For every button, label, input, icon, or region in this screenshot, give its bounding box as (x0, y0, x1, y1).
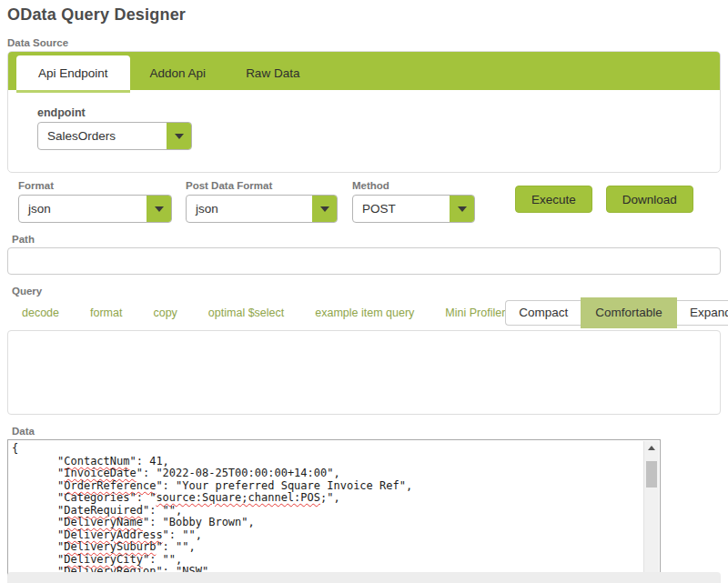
decode-link[interactable]: decode (22, 307, 59, 319)
chevron-down-icon (458, 206, 467, 212)
endpoint-label: endpoint (37, 106, 720, 119)
chevron-down-icon (155, 206, 164, 212)
endpoint-selected-value: SalesOrders (38, 123, 167, 149)
query-textarea[interactable] (7, 330, 721, 415)
data-source-panel-body: endpoint SalesOrders (8, 90, 720, 172)
mini-profiler-link[interactable]: Mini Profiler (445, 307, 505, 319)
density-button-group: Compact Comfortable Expanded (505, 300, 728, 326)
post-data-format-selected-value: json (187, 196, 312, 222)
chevron-down-icon (175, 134, 184, 139)
next-section-header-strip (7, 572, 721, 583)
path-input[interactable] (7, 247, 721, 275)
endpoint-select[interactable]: SalesOrders (37, 122, 192, 150)
path-section: Path (7, 234, 721, 275)
optimal-select-link[interactable]: optimal $select (208, 307, 284, 319)
scrollbar-thumb[interactable] (646, 461, 657, 488)
comfortable-button[interactable]: Comfortable (581, 297, 677, 328)
post-data-format-control: Post Data Format json (186, 180, 338, 223)
data-textarea[interactable]: {"ContactNum": 41,"InvoiceDate": "2022-0… (7, 439, 661, 583)
endpoint-dropdown-button[interactable] (167, 123, 191, 149)
data-label: Data (7, 426, 721, 437)
download-button[interactable]: Download (606, 186, 693, 213)
post-data-format-label: Post Data Format (186, 180, 338, 191)
execute-button[interactable]: Execute (515, 186, 592, 213)
expanded-button[interactable]: Expanded (677, 300, 728, 326)
tab-raw-data-label: Raw Data (246, 66, 299, 80)
data-source-panel: Api Endpoint Addon Api Raw Data endpoint… (7, 51, 721, 173)
request-controls-row: Format json Post Data Format json Method… (7, 180, 721, 223)
method-dropdown-button[interactable] (450, 196, 474, 222)
copy-link[interactable]: copy (153, 307, 177, 319)
data-section: Data {"ContactNum": 41,"InvoiceDate": "2… (7, 426, 721, 583)
format-dropdown-button[interactable] (147, 196, 171, 222)
query-links: decode format copy optimal $select examp… (22, 307, 505, 319)
tab-addon-api-label: Addon Api (150, 66, 207, 80)
tab-raw-data[interactable]: Raw Data (226, 55, 319, 90)
example-item-query-link[interactable]: example item query (315, 307, 414, 319)
tab-api-endpoint[interactable]: Api Endpoint (16, 55, 130, 90)
method-selected-value: POST (353, 196, 450, 222)
format-control: Format json (18, 180, 172, 223)
scroll-up-arrow-icon (648, 446, 655, 450)
post-data-format-select[interactable]: json (186, 195, 338, 223)
format-link[interactable]: format (90, 307, 122, 319)
chevron-down-icon (320, 206, 329, 212)
format-label: Format (18, 180, 172, 191)
method-label: Method (352, 180, 475, 191)
data-source-label: Data Source (7, 37, 721, 48)
query-section: Query decode format copy optimal $select… (7, 286, 721, 418)
tab-addon-api[interactable]: Addon Api (130, 55, 227, 90)
method-control: Method POST (352, 180, 475, 223)
compact-button[interactable]: Compact (505, 300, 581, 326)
odata-query-designer-page: OData Query Designer Data Source Api End… (0, 0, 728, 583)
scrollbar-up-button[interactable] (644, 441, 659, 455)
format-selected-value: json (19, 196, 147, 222)
tab-api-endpoint-label: Api Endpoint (38, 66, 108, 80)
data-scrollbar[interactable] (643, 441, 659, 583)
query-toolbar: decode format copy optimal $select examp… (22, 299, 721, 326)
query-label: Query (7, 286, 721, 297)
data-source-tabbar: Api Endpoint Addon Api Raw Data (8, 52, 720, 90)
format-select[interactable]: json (18, 195, 172, 223)
post-data-format-dropdown-button[interactable] (312, 196, 337, 222)
path-label: Path (7, 234, 721, 245)
method-select[interactable]: POST (352, 195, 475, 223)
page-title: OData Query Designer (7, 5, 721, 25)
data-content: {"ContactNum": 41,"InvoiceDate": "2022-0… (8, 441, 642, 583)
